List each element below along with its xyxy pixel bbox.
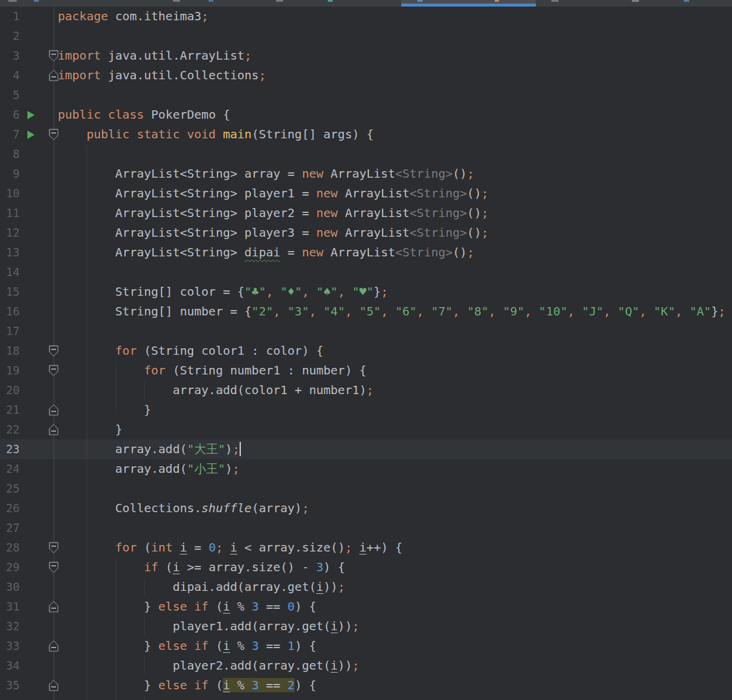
code-editor[interactable]: 1package com.itheima3;23import java.util… xyxy=(0,7,732,700)
code-line[interactable]: 19 for (String number1 : number) { xyxy=(0,361,732,380)
code-line[interactable]: 25 xyxy=(0,479,732,498)
code-token: % xyxy=(230,599,252,614)
line-number[interactable]: 19 xyxy=(0,361,20,380)
line-number[interactable]: 25 xyxy=(0,479,20,498)
code-line[interactable]: 14 xyxy=(0,262,732,282)
code-token: ; xyxy=(381,284,388,299)
run-icon[interactable] xyxy=(27,131,35,139)
editor-tab-strip[interactable] xyxy=(0,0,732,7)
code-line[interactable]: 20 array.add(color1 + number1); xyxy=(0,380,732,400)
line-number[interactable]: 20 xyxy=(0,380,20,400)
line-number[interactable]: 18 xyxy=(0,341,20,361)
fold-end-icon[interactable] xyxy=(49,640,58,652)
code-line[interactable]: 30 dipai.add(array.get(i)); xyxy=(0,577,732,597)
line-number[interactable]: 23 xyxy=(0,439,20,459)
line-number[interactable]: 32 xyxy=(0,617,20,636)
line-number[interactable]: 7 xyxy=(0,125,20,144)
code-line[interactable]: 35 } else if (i % 3 == 2) { xyxy=(0,676,732,695)
code-text: ArrayList<String> player3 = new ArrayLis… xyxy=(58,223,489,243)
line-number[interactable]: 28 xyxy=(0,538,20,557)
fold-end-icon[interactable] xyxy=(49,424,58,435)
fold-start-icon[interactable] xyxy=(49,129,58,140)
fold-start-icon[interactable] xyxy=(49,50,58,61)
code-line[interactable]: 33 } else if (i % 3 == 1) { xyxy=(0,636,732,656)
line-number[interactable]: 6 xyxy=(0,105,20,125)
line-number[interactable]: 30 xyxy=(0,577,20,597)
line-number[interactable]: 22 xyxy=(0,420,20,439)
line-number[interactable]: 33 xyxy=(0,636,20,656)
code-text: } xyxy=(58,420,122,439)
fold-start-icon[interactable] xyxy=(49,562,58,573)
code-line[interactable]: 24 array.add("小王"); xyxy=(0,459,732,479)
code-line[interactable]: 21 } xyxy=(0,400,732,420)
line-number[interactable]: 15 xyxy=(0,282,20,302)
code-line[interactable]: 9 ArrayList<String> array = new ArrayLis… xyxy=(0,164,732,184)
code-line[interactable]: 1package com.itheima3; xyxy=(0,7,732,26)
code-line[interactable]: 7 public static void main(String[] args)… xyxy=(0,125,732,144)
line-number[interactable]: 12 xyxy=(0,223,20,243)
line-number[interactable]: 16 xyxy=(0,302,20,321)
code-line[interactable]: 8 xyxy=(0,144,732,164)
code-line[interactable]: 18 for (String color1 : color) { xyxy=(0,341,732,361)
code-token: ; xyxy=(467,245,474,259)
code-token: ArrayList<String> player3 = xyxy=(58,225,316,240)
code-token: "♠" xyxy=(317,284,338,299)
code-line[interactable]: 2 xyxy=(0,26,732,46)
line-number[interactable]: 26 xyxy=(0,498,20,518)
line-number[interactable]: 36 xyxy=(0,695,20,700)
line-number[interactable]: 34 xyxy=(0,656,20,676)
code-line[interactable]: 23 array.add("大王"); xyxy=(0,439,732,459)
line-number[interactable]: 8 xyxy=(0,144,20,164)
fold-start-icon[interactable] xyxy=(49,542,58,553)
code-line[interactable]: 32 player1.add(array.get(i)); xyxy=(0,617,732,636)
line-number[interactable]: 11 xyxy=(0,203,20,223)
code-line[interactable]: 31 } else if (i % 3 == 0) { xyxy=(0,597,732,617)
line-number[interactable]: 31 xyxy=(0,597,20,617)
fold-end-icon[interactable] xyxy=(49,404,58,416)
line-number[interactable]: 5 xyxy=(0,85,20,105)
fold-start-icon[interactable] xyxy=(49,365,58,376)
code-line[interactable]: 3import java.util.ArrayList; xyxy=(0,46,732,66)
code-line[interactable]: 26 Collections.shuffle(array); xyxy=(0,498,732,518)
code-line[interactable]: 4import java.util.Collections; xyxy=(0,66,732,85)
fold-end-icon[interactable] xyxy=(49,680,58,691)
line-number[interactable]: 24 xyxy=(0,459,20,479)
line-number[interactable]: 27 xyxy=(0,518,20,538)
tab-label-remnant xyxy=(173,0,180,2)
line-number[interactable]: 2 xyxy=(0,26,20,46)
line-number[interactable]: 35 xyxy=(0,676,20,695)
fold-start-icon[interactable] xyxy=(49,345,58,357)
code-line[interactable]: 29 if (i >= array.size() - 3) { xyxy=(0,557,732,577)
code-line[interactable]: 11 ArrayList<String> player2 = new Array… xyxy=(0,203,732,223)
fold-end-icon[interactable] xyxy=(49,601,58,612)
code-line[interactable]: 15 String[] color = {"♣", "♦", "♠", "♥"}… xyxy=(0,282,732,302)
code-line[interactable]: 16 String[] number = {"2", "3", "4", "5"… xyxy=(0,302,732,321)
code-line[interactable]: 22 } xyxy=(0,420,732,439)
line-number[interactable]: 14 xyxy=(0,262,20,282)
code-line[interactable]: 36 player3.add(array.get(i)); xyxy=(0,695,732,700)
code-token: ; xyxy=(232,461,240,476)
line-number[interactable]: 13 xyxy=(0,243,20,262)
code-line[interactable]: 27 xyxy=(0,518,732,538)
code-line[interactable]: 10 ArrayList<String> player1 = new Array… xyxy=(0,184,732,203)
run-icon[interactable] xyxy=(27,111,35,119)
line-number[interactable]: 3 xyxy=(0,46,20,66)
code-line[interactable]: 34 player2.add(array.get(i)); xyxy=(0,656,732,676)
code-line[interactable]: 28 for (int i = 0; i < array.size(); i++… xyxy=(0,538,732,557)
line-number[interactable]: 21 xyxy=(0,400,20,420)
code-line[interactable]: 13 ArrayList<String> dipai = new ArrayLi… xyxy=(0,243,732,262)
fold-end-icon[interactable] xyxy=(49,70,58,81)
code-line[interactable]: 5 xyxy=(0,85,732,105)
line-number[interactable]: 29 xyxy=(0,557,20,577)
line-number[interactable]: 9 xyxy=(0,164,20,184)
line-number[interactable]: 17 xyxy=(0,321,20,341)
line-number[interactable]: 4 xyxy=(0,66,20,85)
code-line[interactable]: 6public class PokerDemo { xyxy=(0,105,732,125)
code-text: public class PokerDemo { xyxy=(58,105,230,125)
code-line[interactable]: 12 ArrayList<String> player3 = new Array… xyxy=(0,223,732,243)
code-token: ) xyxy=(225,461,232,476)
line-number[interactable]: 1 xyxy=(0,7,20,26)
line-number[interactable]: 10 xyxy=(0,184,20,203)
code-token: ; xyxy=(352,698,359,700)
code-line[interactable]: 17 xyxy=(0,321,732,341)
